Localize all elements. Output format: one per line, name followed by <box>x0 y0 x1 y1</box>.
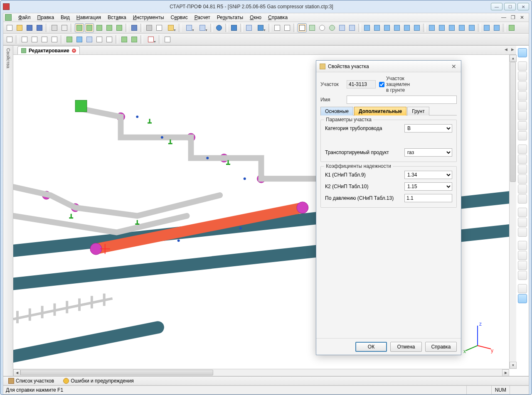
hscroll-thumb[interactable] <box>20 370 213 375</box>
palette-btn-20[interactable] <box>518 251 527 260</box>
line2-button[interactable] <box>30 35 39 44</box>
mirror-button[interactable] <box>85 35 94 44</box>
mdi-close-button[interactable]: ✕ <box>519 15 525 20</box>
new-button[interactable] <box>5 23 14 32</box>
select-frame-button[interactable] <box>283 23 292 32</box>
tab-next-icon[interactable]: ▶ <box>510 47 515 52</box>
palette-btn-7[interactable] <box>518 111 527 120</box>
support2-button[interactable] <box>372 23 382 32</box>
palette-btn-21[interactable] <box>518 261 527 270</box>
menu-tools[interactable]: Инструменты <box>130 14 167 21</box>
support11-button[interactable] <box>467 23 476 32</box>
palette-btn-24[interactable] <box>518 294 527 303</box>
palette-btn-12[interactable] <box>518 164 527 174</box>
print-button[interactable] <box>50 23 59 32</box>
support13-button[interactable] <box>492 23 501 32</box>
menu-insert[interactable]: Вставка <box>104 14 130 21</box>
op2-button[interactable] <box>75 35 84 44</box>
support4-button[interactable] <box>392 23 401 32</box>
zoom-button[interactable] <box>318 23 327 32</box>
palette-btn-1[interactable] <box>518 48 527 57</box>
paste-button[interactable]: ▼ <box>165 23 177 32</box>
ok-button[interactable]: ОК <box>355 342 387 352</box>
support6-button[interactable] <box>412 23 421 32</box>
pointer-button[interactable] <box>298 23 307 32</box>
name-input[interactable] <box>347 96 457 104</box>
support5-button[interactable] <box>402 23 411 32</box>
menu-help[interactable]: Справка <box>265 14 291 21</box>
dialog-titlebar[interactable]: Свойства участка ✕ <box>316 61 461 72</box>
palette-btn-19[interactable] <box>518 241 527 250</box>
tab-prev-icon[interactable]: ◀ <box>503 47 509 52</box>
dialog-help-button[interactable]: Справка <box>425 342 457 352</box>
find-button[interactable] <box>244 23 254 32</box>
group1-button[interactable] <box>120 35 129 44</box>
menu-view[interactable]: Вид <box>57 14 73 21</box>
palette-btn-5[interactable] <box>518 91 527 101</box>
palette-btn-14[interactable] <box>518 184 527 194</box>
export-button[interactable] <box>507 23 516 32</box>
dialog-close-button[interactable]: ✕ <box>450 63 458 70</box>
edit1-button[interactable] <box>5 35 14 44</box>
close-button[interactable]: ✕ <box>517 3 529 10</box>
view-mode2-button[interactable] <box>85 23 94 32</box>
line1-button[interactable] <box>20 35 29 44</box>
fixed-in-soil-checkbox[interactable]: Участок защемлен в грунте <box>379 76 402 93</box>
menu-nav[interactable]: Навигация <box>73 14 104 21</box>
view-mode4-button[interactable] <box>105 23 114 32</box>
support10-button[interactable] <box>457 23 466 32</box>
undo-button[interactable]: ▼ <box>183 23 195 32</box>
palette-btn-3[interactable] <box>518 71 527 81</box>
palette-btn-13[interactable] <box>518 174 527 184</box>
pressure-input[interactable] <box>404 194 452 202</box>
zoom-fit-button[interactable] <box>347 23 357 32</box>
view-mode3-button[interactable] <box>95 23 104 32</box>
k1-select[interactable]: 1.34 <box>404 171 452 179</box>
3d-button[interactable] <box>229 23 239 32</box>
save-all-button[interactable] <box>35 23 44 32</box>
tab-soil[interactable]: Грунт <box>407 107 429 115</box>
palette-btn-18[interactable] <box>518 228 527 237</box>
tab-additional[interactable]: Дополнительные <box>354 107 406 115</box>
menu-edit[interactable]: Правка <box>34 14 58 21</box>
tab-section-list[interactable]: Список участков <box>6 377 57 385</box>
horizontal-scrollbar[interactable]: ◀ ▶ <box>13 369 509 376</box>
scroll-down-icon[interactable]: ▼ <box>510 362 517 369</box>
palette-btn-6[interactable] <box>518 101 527 110</box>
palette-btn-22[interactable] <box>518 271 527 280</box>
doc-tab-edit[interactable]: Редактирование × <box>17 46 80 54</box>
palette-btn-8[interactable] <box>518 121 527 130</box>
palette-btn-10[interactable] <box>518 145 527 154</box>
support1-button[interactable] <box>362 23 372 32</box>
palette-btn-11[interactable] <box>518 155 527 164</box>
save-button[interactable] <box>25 23 34 32</box>
category-select[interactable]: В <box>404 124 452 132</box>
print-preview-button[interactable] <box>60 23 69 32</box>
pan-button[interactable] <box>308 23 317 32</box>
support7-button[interactable] <box>427 23 436 32</box>
support9-button[interactable] <box>447 23 456 32</box>
mdi-minimize-button[interactable]: — <box>500 15 507 20</box>
scroll-right-icon[interactable]: ▶ <box>502 369 509 376</box>
cut-button[interactable] <box>145 23 154 32</box>
delete-button[interactable]: ▼ <box>145 35 157 44</box>
calculator-button[interactable] <box>130 23 139 32</box>
menu-results[interactable]: Результаты <box>214 14 246 21</box>
tab-main[interactable]: Основные <box>320 107 353 115</box>
select-rect-button[interactable] <box>273 23 282 32</box>
product-select[interactable]: газ <box>404 148 452 157</box>
palette-btn-2[interactable] <box>518 61 527 71</box>
support8-button[interactable] <box>437 23 446 32</box>
orbit-button[interactable] <box>328 23 337 32</box>
mdi-restore-button[interactable]: ❐ <box>510 15 516 20</box>
palette-btn-15[interactable] <box>518 194 527 204</box>
view-mode1-button[interactable] <box>75 23 84 32</box>
cancel-button[interactable]: Отмена <box>390 342 422 352</box>
menu-file[interactable]: Файл <box>15 14 34 21</box>
group2-button[interactable] <box>130 35 139 44</box>
tab-errors[interactable]: Ошибки и предупреждения <box>61 377 136 385</box>
menu-window[interactable]: Окно <box>246 14 265 21</box>
sidebar-properties[interactable]: Свойства <box>3 46 13 376</box>
minimize-button[interactable]: — <box>491 3 502 10</box>
palette-btn-16[interactable] <box>518 208 527 217</box>
